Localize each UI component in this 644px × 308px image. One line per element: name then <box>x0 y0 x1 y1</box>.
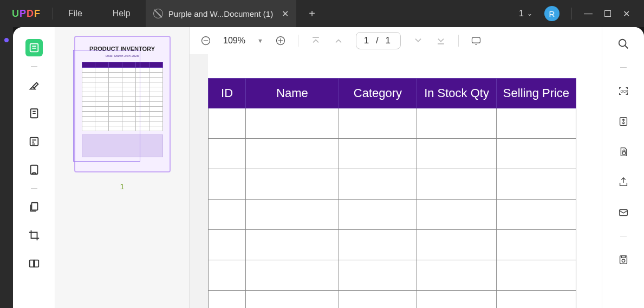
last-page-button[interactable] <box>435 35 446 46</box>
organize-pages-button[interactable] <box>25 161 43 178</box>
search-button[interactable] <box>616 37 630 51</box>
separator <box>31 188 37 189</box>
highlight-tool-button[interactable] <box>25 76 43 94</box>
table-row <box>209 169 576 200</box>
menu-help[interactable]: Help <box>97 9 146 18</box>
table-row <box>209 200 576 230</box>
svg-point-30 <box>622 259 625 262</box>
chevron-down-icon: ⌄ <box>527 10 532 17</box>
separator <box>458 35 459 47</box>
titlebar: UPDF File Help Purple and W...Document (… <box>0 0 644 27</box>
crop-tool-button[interactable] <box>25 227 43 244</box>
close-tab-icon[interactable]: ✕ <box>282 9 289 19</box>
page-thumbnail[interactable]: PRODUCT INVENTORY Date: March 24th 2028 <box>74 36 171 172</box>
zoom-dropdown-icon[interactable]: ▼ <box>257 37 263 44</box>
inventory-table: ID Name Category In Stock Qty Selling Pr… <box>208 78 576 308</box>
protect-button[interactable] <box>616 145 630 159</box>
svg-text:OCR: OCR <box>620 89 628 93</box>
email-button[interactable] <box>616 206 630 220</box>
document-viewport[interactable]: ID Name Category In Stock Qty Selling Pr… <box>190 54 602 308</box>
view-toolbar: 109% ▼ 1 / 1 <box>190 27 602 54</box>
svg-rect-31 <box>621 256 625 258</box>
edit-text-button[interactable] <box>25 105 43 122</box>
separator <box>620 67 627 68</box>
separator <box>571 8 572 20</box>
menu-file[interactable]: File <box>53 9 97 18</box>
copy-pages-button[interactable] <box>25 198 43 216</box>
table-row <box>209 108 576 139</box>
table-header-row: ID Name Category In Stock Qty Selling Pr… <box>209 79 576 108</box>
save-button[interactable] <box>616 253 630 267</box>
table-row <box>209 230 576 260</box>
ocr-button[interactable]: OCR <box>616 84 630 98</box>
page-indicator[interactable]: 1 / 1 <box>356 32 401 49</box>
minimize-button[interactable]: — <box>584 9 593 18</box>
zoom-value: 109% <box>223 36 245 46</box>
convert-button[interactable] <box>616 114 630 129</box>
next-page-button[interactable] <box>413 35 424 46</box>
thumbnail-panel: PRODUCT INVENTORY Date: March 24th 2028 <box>55 27 190 308</box>
thumbnail-footer <box>82 134 163 157</box>
window-count-value: 1 <box>519 9 524 18</box>
app-logo: UPDF <box>0 8 53 20</box>
col-name: Name <box>246 79 339 108</box>
col-stock: In Stock Qty <box>417 79 497 108</box>
svg-rect-21 <box>472 37 480 43</box>
share-button[interactable] <box>616 175 630 189</box>
col-price: Selling Price <box>496 79 576 108</box>
svg-rect-27 <box>622 152 626 155</box>
table-row <box>209 139 576 169</box>
zoom-in-button[interactable] <box>275 35 286 46</box>
document-tab[interactable]: Purple and W...Document (1) ✕ <box>146 0 297 27</box>
user-avatar[interactable]: R <box>544 6 560 21</box>
left-tool-rail <box>13 27 55 308</box>
thumbnail-page-number: 1 <box>120 182 125 191</box>
svg-rect-11 <box>31 203 37 210</box>
zoom-out-button[interactable] <box>200 35 211 46</box>
separator <box>620 236 627 236</box>
close-window-button[interactable]: ✕ <box>623 9 630 19</box>
separator <box>31 66 37 67</box>
first-page-button[interactable] <box>310 35 321 46</box>
form-tool-button[interactable] <box>25 133 43 150</box>
thumbnail-doc-date: Date: March 24th 2028 <box>82 54 163 57</box>
restricted-icon <box>153 9 163 18</box>
thumbnail-table <box>82 62 163 131</box>
table-row <box>209 291 576 309</box>
maximize-button[interactable] <box>604 10 611 17</box>
svg-line-24 <box>625 46 628 49</box>
thumbnail-doc-title: PRODUCT INVENTORY <box>82 46 163 52</box>
col-id: ID <box>209 79 246 108</box>
svg-point-23 <box>619 40 626 47</box>
collapsed-rail <box>0 27 13 308</box>
new-tab-button[interactable]: + <box>297 8 327 20</box>
prev-page-button[interactable] <box>333 35 344 46</box>
tab-title: Purple and W...Document (1) <box>168 9 273 18</box>
col-category: Category <box>339 79 417 108</box>
right-tool-rail: OCR <box>602 27 644 308</box>
window-count[interactable]: 1 ⌄ <box>519 9 532 18</box>
compare-tool-button[interactable] <box>25 255 43 272</box>
separator <box>298 35 298 47</box>
rail-indicator-icon[interactable] <box>4 38 9 42</box>
reader-mode-button[interactable] <box>25 39 43 56</box>
svg-rect-28 <box>619 210 627 216</box>
document-page: ID Name Category In Stock Qty Selling Pr… <box>208 54 602 308</box>
presentation-mode-button[interactable] <box>471 35 482 46</box>
table-row <box>209 260 576 291</box>
